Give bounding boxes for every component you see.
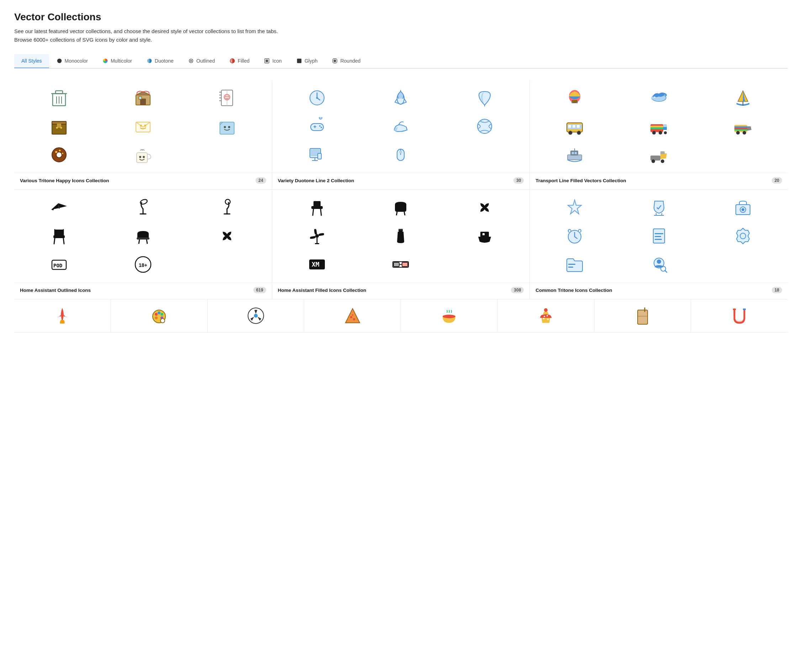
svg-line-172 bbox=[665, 270, 667, 272]
tab-outlined[interactable]: Outlined bbox=[181, 54, 222, 69]
icon-cell bbox=[185, 84, 269, 112]
icon-cell bbox=[701, 112, 785, 141]
collection-card-ha-filled: XM Home Assistant Filled Icons bbox=[272, 190, 530, 299]
svg-rect-193 bbox=[638, 316, 648, 317]
svg-point-62 bbox=[319, 117, 322, 119]
svg-rect-138 bbox=[315, 243, 319, 244]
svg-rect-149 bbox=[402, 262, 408, 267]
icon-grid-tritone-common bbox=[530, 190, 788, 282]
svg-rect-97 bbox=[734, 129, 747, 131]
svg-point-38 bbox=[144, 125, 146, 127]
icon-cell bbox=[359, 84, 443, 112]
svg-line-123 bbox=[147, 240, 147, 244]
svg-point-0 bbox=[57, 59, 61, 63]
svg-point-34 bbox=[56, 127, 58, 129]
icon-cell: XM bbox=[275, 250, 359, 279]
icon-grid-duotone bbox=[272, 80, 530, 173]
icon-cell bbox=[101, 193, 185, 222]
svg-rect-88 bbox=[650, 126, 663, 128]
monocolor-label: Monocolor bbox=[65, 58, 88, 64]
svg-point-44 bbox=[55, 151, 57, 153]
tab-filled[interactable]: Filled bbox=[222, 54, 257, 69]
svg-rect-140 bbox=[398, 229, 403, 230]
collection-count-tritone-common: 18 bbox=[772, 287, 782, 293]
svg-rect-82 bbox=[568, 125, 571, 128]
icon-cell bbox=[185, 141, 269, 169]
icon-cell bbox=[101, 112, 185, 141]
icon-cell bbox=[359, 222, 443, 250]
icon-cell: POD bbox=[17, 250, 101, 279]
page-title: Vector Collections bbox=[14, 11, 788, 23]
svg-rect-47 bbox=[137, 153, 147, 163]
svg-point-60 bbox=[319, 125, 320, 127]
svg-point-179 bbox=[160, 319, 165, 323]
icon-cell-bottom bbox=[14, 300, 111, 332]
tab-icon[interactable]: Icon bbox=[257, 54, 289, 69]
icon-cell-bottom bbox=[595, 300, 691, 332]
icon-cell bbox=[617, 112, 701, 141]
svg-point-110 bbox=[139, 199, 148, 205]
page-desc-1: See our latest featured vector collectio… bbox=[14, 27, 788, 44]
svg-rect-168 bbox=[568, 267, 573, 268]
tab-all-styles[interactable]: All Styles bbox=[14, 54, 49, 69]
icon-cell bbox=[185, 193, 269, 222]
icon-cell bbox=[185, 112, 269, 141]
icon-cell-bottom bbox=[304, 300, 401, 332]
svg-rect-164 bbox=[655, 236, 661, 237]
icon-cell bbox=[17, 222, 101, 250]
icon-cell bbox=[533, 84, 617, 112]
svg-rect-192 bbox=[638, 310, 648, 324]
svg-rect-89 bbox=[650, 128, 663, 129]
icon-grid-transport bbox=[530, 80, 788, 173]
icon-cell bbox=[359, 193, 443, 222]
rounded-icon bbox=[331, 58, 338, 64]
svg-line-118 bbox=[63, 238, 64, 244]
tab-duotone[interactable]: Duotone bbox=[139, 54, 181, 69]
multicolor-icon bbox=[102, 58, 108, 64]
icon-cell bbox=[275, 193, 359, 222]
collection-count-ha-filled: 308 bbox=[511, 287, 524, 293]
icon-cell bbox=[185, 222, 269, 250]
icon-cell bbox=[617, 84, 701, 112]
svg-point-174 bbox=[155, 313, 158, 316]
svg-rect-10 bbox=[297, 59, 301, 63]
svg-rect-66 bbox=[318, 154, 321, 159]
svg-line-117 bbox=[54, 238, 55, 244]
icon-cell bbox=[275, 84, 359, 112]
svg-rect-96 bbox=[734, 128, 747, 129]
icon-cell bbox=[617, 193, 701, 222]
card-footer-duotone: Variety Duotone Line 2 Collection 30 bbox=[272, 173, 530, 189]
icon-grid-ha-filled: XM bbox=[272, 190, 530, 282]
tabs-bar: All Styles Monocolor Multicolor Duotone bbox=[14, 54, 788, 69]
glyph-label: Glyph bbox=[305, 58, 318, 64]
svg-point-48 bbox=[139, 156, 141, 158]
svg-line-133 bbox=[396, 212, 397, 215]
icon-cell bbox=[17, 193, 101, 222]
svg-point-26 bbox=[227, 96, 228, 97]
tab-rounded[interactable]: Rounded bbox=[325, 54, 367, 69]
svg-rect-73 bbox=[572, 100, 577, 103]
tab-monocolor[interactable]: Monocolor bbox=[49, 54, 95, 69]
tab-multicolor[interactable]: Multicolor bbox=[95, 54, 139, 69]
svg-point-178 bbox=[155, 316, 158, 319]
svg-rect-90 bbox=[663, 124, 667, 127]
duotone-icon bbox=[146, 58, 153, 64]
svg-point-43 bbox=[56, 152, 62, 158]
svg-point-99 bbox=[742, 131, 746, 134]
monocolor-icon bbox=[56, 58, 63, 64]
icon-cell bbox=[275, 222, 359, 250]
tab-glyph[interactable]: Glyph bbox=[289, 54, 325, 69]
icon-cell bbox=[701, 250, 785, 279]
svg-rect-12 bbox=[334, 60, 336, 62]
svg-rect-84 bbox=[577, 125, 580, 128]
collection-card-ha-outlined: POD 18+ Home Assistant Outlined Icons 61… bbox=[14, 190, 272, 299]
svg-point-92 bbox=[659, 131, 662, 134]
svg-point-78 bbox=[654, 96, 655, 98]
icon-grid-tritone bbox=[14, 80, 272, 173]
svg-line-134 bbox=[404, 212, 405, 215]
bottom-partial-row bbox=[14, 300, 788, 332]
svg-point-190 bbox=[543, 318, 544, 319]
collection-card-tritone-common: Common Tritone Icons Collection 18 bbox=[530, 190, 788, 299]
icon-cell bbox=[359, 112, 443, 141]
svg-point-93 bbox=[664, 131, 667, 134]
